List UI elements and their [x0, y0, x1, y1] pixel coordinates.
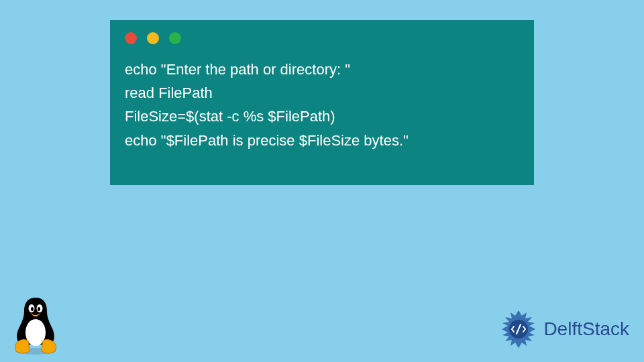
linux-tux-icon [9, 294, 62, 358]
code-line: echo "$FilePath is precise $FileSize byt… [125, 132, 409, 149]
svg-point-4 [31, 307, 34, 311]
brand-watermark: DelftStack [498, 308, 629, 350]
svg-point-5 [38, 307, 40, 311]
minimize-icon [147, 32, 159, 44]
code-line: FileSize=$(stat -c %s $FilePath) [125, 108, 335, 125]
close-icon [125, 32, 137, 44]
code-line: read FilePath [125, 84, 213, 101]
code-line: echo "Enter the path or directory: " [125, 61, 350, 78]
terminal-window: echo "Enter the path or directory: " rea… [110, 20, 534, 185]
brand-logo-icon [498, 308, 539, 350]
maximize-icon [169, 32, 181, 44]
window-controls [125, 32, 519, 44]
code-block: echo "Enter the path or directory: " rea… [125, 58, 519, 152]
brand-name: DelftStack [543, 318, 629, 340]
